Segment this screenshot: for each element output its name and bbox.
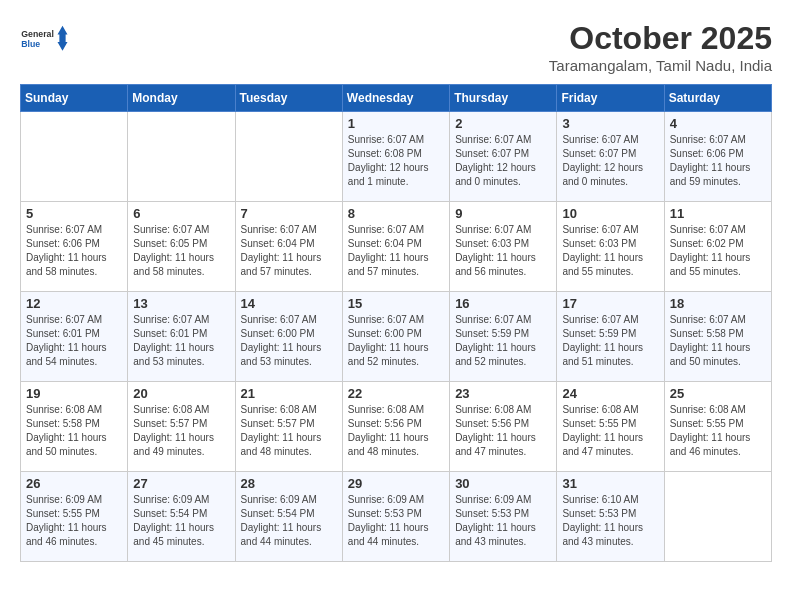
day-number: 31 [562,476,658,491]
day-info: Sunrise: 6:07 AM Sunset: 6:01 PM Dayligh… [133,313,229,369]
calendar-cell: 4Sunrise: 6:07 AM Sunset: 6:06 PM Daylig… [664,112,771,202]
calendar-cell: 11Sunrise: 6:07 AM Sunset: 6:02 PM Dayli… [664,202,771,292]
calendar-cell: 30Sunrise: 6:09 AM Sunset: 5:53 PM Dayli… [450,472,557,562]
day-number: 20 [133,386,229,401]
day-number: 16 [455,296,551,311]
day-info: Sunrise: 6:08 AM Sunset: 5:56 PM Dayligh… [348,403,444,459]
day-info: Sunrise: 6:07 AM Sunset: 6:04 PM Dayligh… [348,223,444,279]
calendar-cell: 6Sunrise: 6:07 AM Sunset: 6:05 PM Daylig… [128,202,235,292]
day-info: Sunrise: 6:07 AM Sunset: 6:03 PM Dayligh… [455,223,551,279]
weekday-header: Thursday [450,85,557,112]
calendar-cell: 8Sunrise: 6:07 AM Sunset: 6:04 PM Daylig… [342,202,449,292]
day-number: 4 [670,116,766,131]
calendar-week-row: 19Sunrise: 6:08 AM Sunset: 5:58 PM Dayli… [21,382,772,472]
day-info: Sunrise: 6:08 AM Sunset: 5:55 PM Dayligh… [670,403,766,459]
day-info: Sunrise: 6:08 AM Sunset: 5:56 PM Dayligh… [455,403,551,459]
day-number: 15 [348,296,444,311]
calendar-cell: 5Sunrise: 6:07 AM Sunset: 6:06 PM Daylig… [21,202,128,292]
day-info: Sunrise: 6:09 AM Sunset: 5:54 PM Dayligh… [133,493,229,549]
day-number: 14 [241,296,337,311]
day-number: 5 [26,206,122,221]
day-info: Sunrise: 6:07 AM Sunset: 6:00 PM Dayligh… [241,313,337,369]
weekday-header: Saturday [664,85,771,112]
day-number: 8 [348,206,444,221]
day-info: Sunrise: 6:07 AM Sunset: 5:58 PM Dayligh… [670,313,766,369]
day-info: Sunrise: 6:07 AM Sunset: 6:07 PM Dayligh… [455,133,551,189]
day-number: 12 [26,296,122,311]
day-info: Sunrise: 6:07 AM Sunset: 6:01 PM Dayligh… [26,313,122,369]
day-info: Sunrise: 6:09 AM Sunset: 5:55 PM Dayligh… [26,493,122,549]
calendar-cell: 12Sunrise: 6:07 AM Sunset: 6:01 PM Dayli… [21,292,128,382]
day-number: 18 [670,296,766,311]
day-number: 6 [133,206,229,221]
day-number: 24 [562,386,658,401]
day-number: 7 [241,206,337,221]
calendar-cell: 31Sunrise: 6:10 AM Sunset: 5:53 PM Dayli… [557,472,664,562]
day-number: 9 [455,206,551,221]
calendar-cell: 10Sunrise: 6:07 AM Sunset: 6:03 PM Dayli… [557,202,664,292]
calendar-cell: 18Sunrise: 6:07 AM Sunset: 5:58 PM Dayli… [664,292,771,382]
day-number: 22 [348,386,444,401]
svg-marker-2 [58,26,68,51]
location: Taramangalam, Tamil Nadu, India [549,57,772,74]
weekday-header: Wednesday [342,85,449,112]
day-number: 28 [241,476,337,491]
svg-text:Blue: Blue [21,39,40,49]
day-number: 21 [241,386,337,401]
day-number: 25 [670,386,766,401]
day-info: Sunrise: 6:07 AM Sunset: 5:59 PM Dayligh… [455,313,551,369]
day-number: 10 [562,206,658,221]
calendar-cell: 21Sunrise: 6:08 AM Sunset: 5:57 PM Dayli… [235,382,342,472]
calendar-table: SundayMondayTuesdayWednesdayThursdayFrid… [20,84,772,562]
calendar-cell: 24Sunrise: 6:08 AM Sunset: 5:55 PM Dayli… [557,382,664,472]
day-number: 30 [455,476,551,491]
weekday-header: Sunday [21,85,128,112]
day-info: Sunrise: 6:08 AM Sunset: 5:57 PM Dayligh… [133,403,229,459]
calendar-cell: 15Sunrise: 6:07 AM Sunset: 6:00 PM Dayli… [342,292,449,382]
day-info: Sunrise: 6:07 AM Sunset: 6:05 PM Dayligh… [133,223,229,279]
calendar-cell: 25Sunrise: 6:08 AM Sunset: 5:55 PM Dayli… [664,382,771,472]
day-number: 27 [133,476,229,491]
svg-text:General: General [21,29,54,39]
weekday-header: Tuesday [235,85,342,112]
calendar-cell: 27Sunrise: 6:09 AM Sunset: 5:54 PM Dayli… [128,472,235,562]
day-info: Sunrise: 6:07 AM Sunset: 6:02 PM Dayligh… [670,223,766,279]
day-info: Sunrise: 6:09 AM Sunset: 5:54 PM Dayligh… [241,493,337,549]
calendar-cell: 23Sunrise: 6:08 AM Sunset: 5:56 PM Dayli… [450,382,557,472]
calendar-week-row: 26Sunrise: 6:09 AM Sunset: 5:55 PM Dayli… [21,472,772,562]
day-info: Sunrise: 6:09 AM Sunset: 5:53 PM Dayligh… [348,493,444,549]
calendar-cell: 14Sunrise: 6:07 AM Sunset: 6:00 PM Dayli… [235,292,342,382]
day-info: Sunrise: 6:07 AM Sunset: 6:08 PM Dayligh… [348,133,444,189]
calendar-cell: 26Sunrise: 6:09 AM Sunset: 5:55 PM Dayli… [21,472,128,562]
day-info: Sunrise: 6:07 AM Sunset: 6:03 PM Dayligh… [562,223,658,279]
calendar-cell: 13Sunrise: 6:07 AM Sunset: 6:01 PM Dayli… [128,292,235,382]
calendar-cell: 20Sunrise: 6:08 AM Sunset: 5:57 PM Dayli… [128,382,235,472]
calendar-week-row: 12Sunrise: 6:07 AM Sunset: 6:01 PM Dayli… [21,292,772,382]
day-info: Sunrise: 6:07 AM Sunset: 6:06 PM Dayligh… [26,223,122,279]
calendar-cell: 29Sunrise: 6:09 AM Sunset: 5:53 PM Dayli… [342,472,449,562]
day-info: Sunrise: 6:09 AM Sunset: 5:53 PM Dayligh… [455,493,551,549]
calendar-cell: 1Sunrise: 6:07 AM Sunset: 6:08 PM Daylig… [342,112,449,202]
day-number: 17 [562,296,658,311]
calendar-week-row: 1Sunrise: 6:07 AM Sunset: 6:08 PM Daylig… [21,112,772,202]
month-title: October 2025 [549,20,772,57]
day-info: Sunrise: 6:08 AM Sunset: 5:58 PM Dayligh… [26,403,122,459]
day-number: 19 [26,386,122,401]
day-number: 23 [455,386,551,401]
header-row: SundayMondayTuesdayWednesdayThursdayFrid… [21,85,772,112]
day-number: 13 [133,296,229,311]
calendar-cell: 2Sunrise: 6:07 AM Sunset: 6:07 PM Daylig… [450,112,557,202]
logo-svg: General Blue [20,20,70,60]
calendar-cell: 28Sunrise: 6:09 AM Sunset: 5:54 PM Dayli… [235,472,342,562]
calendar-cell: 9Sunrise: 6:07 AM Sunset: 6:03 PM Daylig… [450,202,557,292]
day-number: 11 [670,206,766,221]
day-number: 26 [26,476,122,491]
calendar-cell [664,472,771,562]
day-number: 2 [455,116,551,131]
calendar-cell [235,112,342,202]
day-info: Sunrise: 6:10 AM Sunset: 5:53 PM Dayligh… [562,493,658,549]
title-area: October 2025 Taramangalam, Tamil Nadu, I… [549,20,772,74]
calendar-cell: 19Sunrise: 6:08 AM Sunset: 5:58 PM Dayli… [21,382,128,472]
calendar-cell: 22Sunrise: 6:08 AM Sunset: 5:56 PM Dayli… [342,382,449,472]
day-info: Sunrise: 6:08 AM Sunset: 5:55 PM Dayligh… [562,403,658,459]
